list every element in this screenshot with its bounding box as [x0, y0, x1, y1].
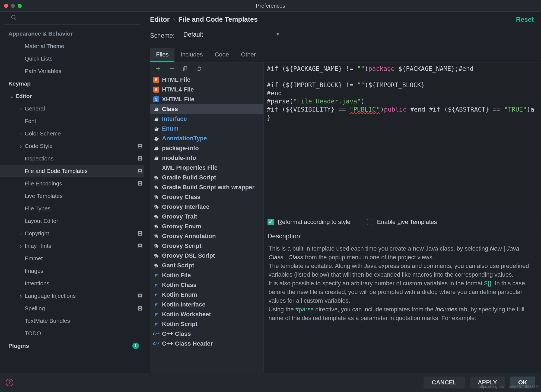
live-templates-checkbox[interactable]: Enable Live Templates: [367, 219, 437, 226]
sidebar-item-label: File Encodings: [25, 180, 62, 187]
template-item[interactable]: ◤Kotlin Interface: [150, 300, 263, 309]
template-item[interactable]: 5HTML File: [150, 75, 263, 85]
sidebar-item[interactable]: ⌄Editor: [0, 90, 144, 102]
add-template-button[interactable]: [155, 65, 161, 72]
sidebar-item[interactable]: Inspections: [0, 152, 144, 165]
sidebar-item[interactable]: Font: [0, 115, 144, 127]
revert-template-button[interactable]: [196, 65, 202, 72]
help-button[interactable]: ?: [6, 379, 13, 386]
breadcrumb-root[interactable]: Editor: [150, 15, 170, 23]
tab-other[interactable]: Other: [235, 48, 262, 62]
sidebar-item[interactable]: Appearance & Behavior: [0, 27, 144, 40]
copy-template-button[interactable]: [182, 65, 189, 72]
template-item[interactable]: 🐘Gradle Build Script with wrapper: [150, 182, 263, 192]
template-item-label: Kotlin Enum: [162, 291, 197, 298]
reset-button[interactable]: Reset: [516, 16, 534, 23]
sidebar-item[interactable]: Material Theme: [0, 40, 144, 52]
tab-code[interactable]: Code: [209, 48, 235, 62]
sidebar-item[interactable]: Spelling: [0, 302, 144, 315]
breadcrumb: Editor › File and Code Templates Reset: [150, 15, 541, 23]
template-item[interactable]: ◤Kotlin Script: [150, 319, 263, 329]
profile-scope-icon: [136, 230, 144, 236]
sidebar-item[interactable]: Emmet: [0, 252, 144, 265]
settings-tree[interactable]: Appearance & BehaviorMaterial ThemeQuick…: [0, 25, 144, 373]
template-item[interactable]: 🐘Groovy Class: [150, 192, 263, 202]
template-item-label: Kotlin Interface: [162, 301, 205, 308]
sidebar-item[interactable]: File and Code Templates: [0, 165, 144, 177]
cancel-button[interactable]: CANCEL: [424, 377, 465, 388]
template-item[interactable]: ◤Kotlin Class: [150, 280, 263, 290]
settings-search-input[interactable]: [20, 15, 136, 21]
template-item-label: C++ Class Header: [162, 340, 213, 347]
sidebar-item[interactable]: Plugins1: [0, 340, 144, 352]
template-item[interactable]: 🐘Gant Script: [150, 261, 263, 270]
template-item[interactable]: ☕module-info: [150, 153, 263, 163]
sidebar-item[interactable]: ›Inlay Hints: [0, 240, 144, 252]
template-item[interactable]: ☕package-info: [150, 143, 263, 153]
template-item[interactable]: 🐘Groovy Enum: [150, 222, 263, 231]
template-editor[interactable]: #if (${PACKAGE_NAME} != "")package ${PAC…: [264, 62, 537, 214]
template-item[interactable]: 🐘Gradle Build Script: [150, 173, 263, 182]
template-item[interactable]: C⁺⁺C++ Class: [150, 329, 263, 339]
sidebar-item-label: Inlay Hints: [25, 243, 51, 249]
kotlin-icon: ◤: [153, 302, 159, 308]
template-item[interactable]: 5XHTML File: [150, 94, 263, 104]
template-item[interactable]: 🐘Groovy Trait: [150, 212, 263, 222]
scheme-label: Scheme:: [150, 32, 175, 39]
gradle-icon: 🐘: [153, 184, 159, 190]
sidebar-item[interactable]: Live Templates: [0, 190, 144, 202]
sidebar-item[interactable]: Images: [0, 265, 144, 277]
template-item[interactable]: 🐘Groovy Annotation: [150, 231, 263, 241]
profile-scope-icon: [136, 143, 144, 149]
sidebar-item[interactable]: Intentions: [0, 277, 144, 290]
template-item[interactable]: 5HTML4 File: [150, 85, 263, 94]
reformat-checkbox[interactable]: Reformat according to style: [268, 219, 351, 226]
sidebar-item-label: Layout Editor: [25, 218, 58, 224]
scheme-select[interactable]: Default ▼: [180, 31, 283, 40]
template-item[interactable]: ☕Interface: [150, 114, 263, 124]
sidebar-item[interactable]: ›General: [0, 102, 144, 115]
sidebar-item[interactable]: ›Code Style: [0, 140, 144, 152]
sidebar-item[interactable]: Quick Lists: [0, 52, 144, 65]
sidebar-item[interactable]: TODO: [0, 327, 144, 340]
template-item[interactable]: ☕Enum: [150, 124, 263, 134]
template-item-label: Groovy Enum: [162, 223, 201, 230]
sidebar-item[interactable]: File Encodings: [0, 177, 144, 190]
template-item-label: Gradle Build Script with wrapper: [162, 184, 254, 191]
profile-scope-icon: [136, 168, 144, 174]
chevron-right-icon: ›: [18, 143, 24, 149]
remove-template-button[interactable]: [168, 65, 175, 72]
java-icon: ☕: [153, 106, 159, 112]
sidebar-item-label: Color Scheme: [25, 130, 61, 137]
template-item[interactable]: ☕Class: [150, 104, 263, 114]
sidebar-item-label: Editor: [15, 93, 32, 99]
template-item[interactable]: ◤Kotlin Enum: [150, 290, 263, 300]
tab-includes[interactable]: Includes: [174, 48, 209, 62]
tab-files[interactable]: Files: [150, 48, 174, 62]
chevron-right-icon: ›: [18, 130, 24, 137]
template-item[interactable]: ◤Kotlin Worksheet: [150, 309, 263, 319]
kotlin-icon: ◤: [153, 321, 159, 327]
template-list[interactable]: 5HTML File5HTML4 File5XHTML File☕Class☕I…: [150, 75, 263, 373]
sidebar-item[interactable]: ›Language Injections: [0, 290, 144, 302]
template-item[interactable]: ☕AnnotationType: [150, 134, 263, 143]
sidebar-item[interactable]: Layout Editor: [0, 215, 144, 227]
kotlin-icon: ◤: [153, 282, 159, 288]
sidebar-item[interactable]: Path Variables: [0, 65, 144, 77]
sidebar-item[interactable]: Keymap: [0, 77, 144, 90]
svg-point-5: [139, 170, 141, 171]
sidebar-item[interactable]: TextMate Bundles: [0, 315, 144, 327]
window-title: Preferences: [0, 3, 541, 9]
template-item[interactable]: C⁺⁺C++ Class Header: [150, 339, 263, 349]
template-item[interactable]: XML Properties File: [150, 163, 263, 173]
sidebar-item[interactable]: ›Copyright: [0, 227, 144, 240]
template-item[interactable]: 🐘Groovy DSL Script: [150, 251, 263, 261]
chevron-right-icon: ›: [18, 243, 24, 249]
template-item[interactable]: ◤Kotlin File: [150, 270, 263, 280]
template-item[interactable]: 🐘Groovy Script: [150, 241, 263, 251]
template-item[interactable]: 🐘Groovy Interface: [150, 202, 263, 212]
template-item-label: Groovy Trait: [162, 213, 197, 220]
sidebar-item[interactable]: ›Color Scheme: [0, 127, 144, 140]
titlebar: Preferences: [0, 0, 541, 12]
sidebar-item[interactable]: File Types: [0, 202, 144, 215]
